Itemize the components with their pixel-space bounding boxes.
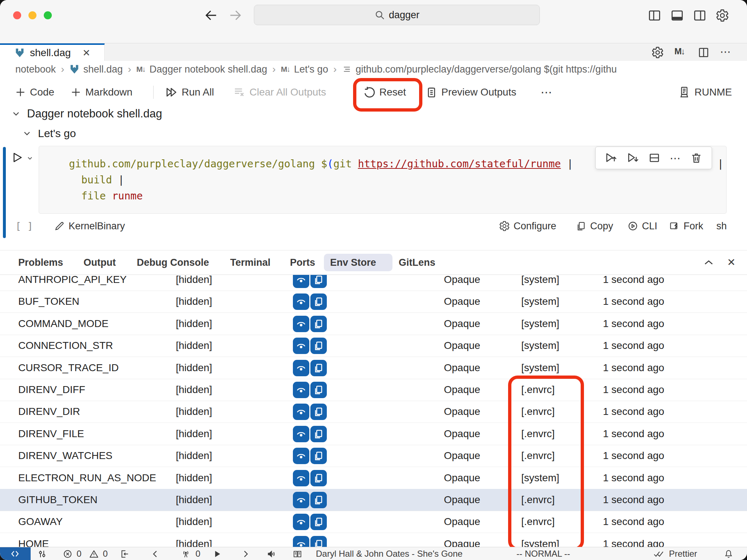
- toggle-right-sidebar-icon[interactable]: [693, 9, 707, 22]
- search-input[interactable]: dagger: [254, 5, 540, 25]
- markdown-export-icon[interactable]: M↓: [673, 46, 686, 59]
- reveal-secret-button[interactable]: [293, 536, 309, 547]
- reset-button[interactable]: Reset: [363, 78, 406, 106]
- formatter-label[interactable]: Prettier: [669, 547, 697, 560]
- split-cell-icon[interactable]: [648, 152, 661, 164]
- close-panel-icon[interactable]: ✕: [725, 256, 738, 269]
- execute-above-icon[interactable]: [605, 152, 617, 164]
- reveal-secret-button[interactable]: [293, 470, 309, 486]
- preview-outputs-button[interactable]: Preview Outputs: [425, 78, 516, 106]
- run-all-button[interactable]: Run All: [165, 78, 214, 106]
- bell-icon[interactable]: [724, 549, 734, 559]
- configure-button[interactable]: Configure: [499, 214, 556, 238]
- env-row-ELECTRON_RUN_AS_NODE[interactable]: ELECTRON_RUN_AS_NODE[hidden]Opaque[syste…: [0, 467, 747, 489]
- notebook-heading-1[interactable]: Dagger notebook shell.dag: [11, 107, 162, 120]
- breadcrumb-file[interactable]: shell.dag: [83, 64, 123, 75]
- broadcast-count[interactable]: 0: [196, 547, 200, 560]
- copy-secret-button[interactable]: [310, 338, 327, 354]
- env-row-CONNECTION_STR[interactable]: CONNECTION_STR[hidden]Opaque[system]1 se…: [0, 335, 747, 357]
- now-playing-label[interactable]: Daryl Hall & John Oates - She's Gone: [316, 547, 462, 560]
- copy-secret-button[interactable]: [310, 382, 327, 398]
- source-control-graph-icon[interactable]: [37, 549, 47, 559]
- copy-secret-button[interactable]: [310, 293, 327, 310]
- reveal-secret-button[interactable]: [293, 382, 309, 398]
- tab-close-icon[interactable]: ✕: [82, 47, 90, 59]
- env-row-DIRENV_DIR[interactable]: DIRENV_DIR[hidden]Opaque[.envrc]1 second…: [0, 401, 747, 423]
- chevron-down-icon[interactable]: [11, 109, 21, 119]
- env-row-GOAWAY[interactable]: GOAWAY[hidden]Opaque[.envrc]1 second ago: [0, 511, 747, 533]
- editor-more-actions-icon[interactable]: ⋯: [719, 46, 732, 59]
- env-row-DIRENV_DIFF[interactable]: DIRENV_DIFF[hidden]Opaque[.envrc]1 secon…: [0, 379, 747, 401]
- reveal-secret-button[interactable]: [293, 426, 309, 442]
- back-arrow-icon[interactable]: [205, 9, 218, 22]
- play-icon[interactable]: [212, 549, 222, 559]
- tab-output[interactable]: Output: [84, 250, 116, 275]
- toggle-panel-icon[interactable]: [670, 9, 684, 22]
- warning-count[interactable]: 0: [103, 547, 108, 560]
- run-options-chevron-icon[interactable]: [26, 155, 34, 162]
- copy-secret-button[interactable]: [310, 536, 327, 547]
- tab-shell-dag[interactable]: shell.dag ✕: [0, 43, 105, 61]
- copy-secret-button[interactable]: [310, 514, 327, 530]
- chevron-left-icon[interactable]: [150, 549, 160, 559]
- env-row-COMMAND_MODE[interactable]: COMMAND_MODE[hidden]Opaque[system]1 seco…: [0, 313, 747, 335]
- notebook-heading-2[interactable]: Let's go: [22, 127, 76, 140]
- tab-env-store[interactable]: Env Store: [330, 250, 376, 275]
- errors-icon[interactable]: [63, 549, 73, 559]
- copy-secret-button[interactable]: [310, 360, 327, 376]
- copy-secret-button[interactable]: [310, 470, 327, 486]
- breadcrumb-heading2[interactable]: Let's go: [294, 64, 328, 75]
- tab-gitlens[interactable]: GitLens: [399, 250, 436, 275]
- reveal-secret-button[interactable]: [293, 448, 309, 464]
- notebook-settings-gear-icon[interactable]: [651, 46, 664, 59]
- chevron-down-icon[interactable]: [22, 128, 32, 139]
- tab-problems[interactable]: Problems: [18, 250, 63, 275]
- macos-zoom-button[interactable]: [44, 11, 52, 19]
- reveal-secret-button[interactable]: [293, 360, 309, 376]
- breadcrumb-notebook[interactable]: notebook: [15, 64, 56, 75]
- copy-button[interactable]: Copy: [576, 214, 613, 238]
- copy-secret-button[interactable]: [310, 492, 327, 508]
- split-editor-icon[interactable]: [697, 46, 710, 59]
- reveal-secret-button[interactable]: [293, 293, 309, 310]
- tab-terminal[interactable]: Terminal: [230, 250, 271, 275]
- env-row-DIRENV_FILE[interactable]: DIRENV_FILE[hidden]Opaque[.envrc]1 secon…: [0, 423, 747, 445]
- kernel-selector[interactable]: KernelBinary: [54, 214, 125, 238]
- tab-ports[interactable]: Ports: [290, 250, 315, 275]
- warnings-icon[interactable]: [89, 549, 99, 559]
- execute-below-icon[interactable]: [627, 152, 639, 164]
- toolbar-more-actions-icon[interactable]: ⋯: [541, 78, 552, 106]
- env-row-ANTHROPIC_API_KEY[interactable]: ANTHROPIC_API_KEY[hidden]Opaque[system]1…: [0, 275, 747, 291]
- breadcrumb-cell[interactable]: github.com/purpleclay/daggerverse/golang…: [356, 64, 617, 75]
- reveal-secret-button[interactable]: [293, 492, 309, 508]
- reveal-secret-button[interactable]: [293, 275, 309, 288]
- cell-language-label[interactable]: sh: [716, 214, 727, 238]
- env-row-GITHUB_TOKEN[interactable]: GITHUB_TOKEN[hidden]Opaque[.envrc]1 seco…: [0, 489, 747, 511]
- maximize-panel-chevron-icon[interactable]: [703, 256, 715, 269]
- copy-secret-button[interactable]: [310, 448, 327, 464]
- add-markdown-cell-button[interactable]: Markdown: [70, 78, 132, 106]
- env-row-CURSOR_TRACE_ID[interactable]: CURSOR_TRACE_ID[hidden]Opaque[system]1 s…: [0, 357, 747, 379]
- copy-secret-button[interactable]: [310, 404, 327, 420]
- copy-secret-button[interactable]: [310, 426, 327, 442]
- fork-button[interactable]: Fork: [669, 214, 703, 238]
- add-code-cell-button[interactable]: Code: [15, 78, 54, 106]
- book-icon[interactable]: [293, 549, 302, 559]
- macos-minimize-button[interactable]: [28, 11, 36, 19]
- env-row-BUF_TOKEN[interactable]: BUF_TOKEN[hidden]Opaque[system]1 second …: [0, 291, 747, 313]
- copy-secret-button[interactable]: [310, 275, 327, 288]
- toggle-left-sidebar-icon[interactable]: [648, 9, 661, 22]
- tab-debug-console[interactable]: Debug Console: [137, 250, 209, 275]
- cell-more-actions-icon[interactable]: ⋯: [670, 152, 681, 164]
- env-row-HOME[interactable]: HOME[hidden]Opaque[system]1 second ago: [0, 533, 747, 547]
- chevron-right-icon[interactable]: [241, 549, 251, 559]
- reveal-secret-button[interactable]: [293, 316, 309, 332]
- forward-arrow-icon[interactable]: [229, 9, 242, 22]
- breadcrumb-heading1[interactable]: Dagger notebook shell.dag: [150, 64, 267, 75]
- cli-button[interactable]: CLI: [627, 214, 657, 238]
- run-cell-button[interactable]: [11, 151, 23, 164]
- delete-cell-icon[interactable]: [690, 152, 703, 164]
- macos-close-button[interactable]: [13, 11, 21, 19]
- code-link[interactable]: https://github.com/stateful/runme: [358, 158, 561, 170]
- vim-mode-label[interactable]: -- NORMAL --: [516, 547, 570, 560]
